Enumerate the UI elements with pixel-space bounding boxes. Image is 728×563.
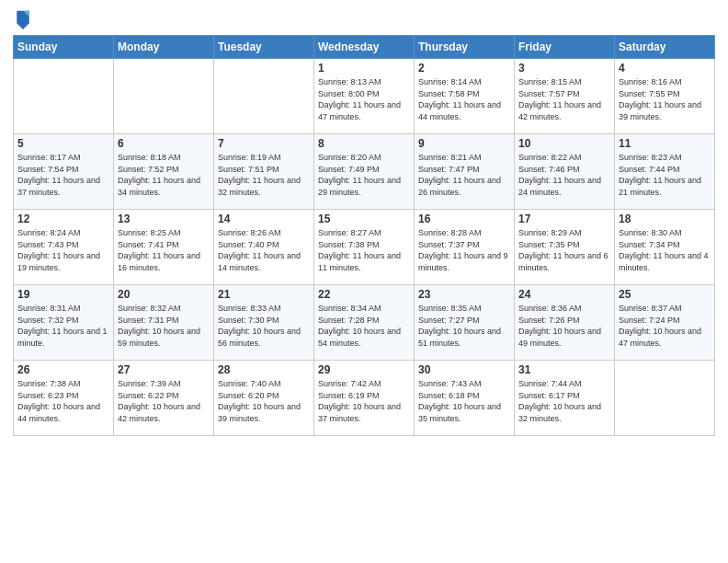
day-number: 24 [518,288,610,301]
day-info: Sunrise: 8:37 AM Sunset: 7:24 PM Dayligh… [619,303,711,349]
day-cell: 20Sunrise: 8:32 AM Sunset: 7:31 PM Dayli… [114,285,214,361]
day-info: Sunrise: 8:13 AM Sunset: 8:00 PM Dayligh… [318,76,410,122]
day-cell: 27Sunrise: 7:39 AM Sunset: 6:22 PM Dayli… [114,361,214,436]
week-row-4: 19Sunrise: 8:31 AM Sunset: 7:32 PM Dayli… [14,285,715,361]
day-number: 3 [518,62,610,75]
day-cell: 14Sunrise: 8:26 AM Sunset: 7:40 PM Dayli… [214,210,314,285]
day-cell: 25Sunrise: 8:37 AM Sunset: 7:24 PM Dayli… [615,285,715,361]
day-cell: 11Sunrise: 8:23 AM Sunset: 7:44 PM Dayli… [615,134,715,210]
day-info: Sunrise: 8:28 AM Sunset: 7:37 PM Dayligh… [418,227,510,273]
day-info: Sunrise: 8:35 AM Sunset: 7:27 PM Dayligh… [418,303,510,349]
day-number: 23 [418,288,510,301]
day-number: 6 [118,137,210,150]
day-number: 14 [218,213,310,225]
day-number: 8 [318,137,410,150]
day-info: Sunrise: 8:15 AM Sunset: 7:57 PM Dayligh… [518,76,610,122]
header [13,9,715,29]
day-info: Sunrise: 8:22 AM Sunset: 7:46 PM Dayligh… [518,152,610,198]
day-cell: 24Sunrise: 8:36 AM Sunset: 7:26 PM Dayli… [515,285,615,361]
day-cell: 30Sunrise: 7:43 AM Sunset: 6:18 PM Dayli… [415,361,515,436]
day-number: 7 [218,137,310,150]
day-cell: 21Sunrise: 8:33 AM Sunset: 7:30 PM Dayli… [214,285,314,361]
day-info: Sunrise: 8:32 AM Sunset: 7:31 PM Dayligh… [118,303,210,349]
day-cell: 3Sunrise: 8:15 AM Sunset: 7:57 PM Daylig… [515,59,615,134]
day-cell: 10Sunrise: 8:22 AM Sunset: 7:46 PM Dayli… [515,134,615,210]
day-info: Sunrise: 8:29 AM Sunset: 7:35 PM Dayligh… [518,227,610,273]
day-number: 22 [318,288,410,301]
day-cell [615,361,715,436]
day-number: 25 [619,288,711,301]
week-row-3: 12Sunrise: 8:24 AM Sunset: 7:43 PM Dayli… [14,210,715,285]
day-info: Sunrise: 8:30 AM Sunset: 7:34 PM Dayligh… [619,227,711,273]
day-cell: 23Sunrise: 8:35 AM Sunset: 7:27 PM Dayli… [415,285,515,361]
day-info: Sunrise: 8:26 AM Sunset: 7:40 PM Dayligh… [218,227,310,273]
day-cell: 6Sunrise: 8:18 AM Sunset: 7:52 PM Daylig… [114,134,214,210]
day-cell [214,59,314,134]
calendar: SundayMondayTuesdayWednesdayThursdayFrid… [13,35,715,436]
day-info: Sunrise: 8:25 AM Sunset: 7:41 PM Dayligh… [118,227,210,273]
day-cell [114,59,214,134]
weekday-header-friday: Friday [515,36,615,59]
day-cell: 29Sunrise: 7:42 AM Sunset: 6:19 PM Dayli… [314,361,415,436]
day-info: Sunrise: 7:43 AM Sunset: 6:18 PM Dayligh… [418,378,510,424]
day-number: 15 [318,213,410,225]
day-cell: 22Sunrise: 8:34 AM Sunset: 7:28 PM Dayli… [314,285,415,361]
day-info: Sunrise: 7:42 AM Sunset: 6:19 PM Dayligh… [318,378,410,424]
day-number: 30 [418,363,510,376]
day-info: Sunrise: 8:14 AM Sunset: 7:58 PM Dayligh… [418,76,510,122]
week-row-1: 1Sunrise: 8:13 AM Sunset: 8:00 PM Daylig… [14,59,715,134]
day-cell: 5Sunrise: 8:17 AM Sunset: 7:54 PM Daylig… [14,134,114,210]
day-number: 5 [17,137,109,150]
day-cell: 26Sunrise: 7:38 AM Sunset: 6:23 PM Dayli… [14,361,114,436]
week-row-5: 26Sunrise: 7:38 AM Sunset: 6:23 PM Dayli… [14,361,715,436]
day-info: Sunrise: 8:31 AM Sunset: 7:32 PM Dayligh… [17,303,109,349]
day-number: 20 [118,288,210,301]
day-cell: 12Sunrise: 8:24 AM Sunset: 7:43 PM Dayli… [14,210,114,285]
day-info: Sunrise: 8:19 AM Sunset: 7:51 PM Dayligh… [218,152,310,198]
weekday-header-monday: Monday [114,36,214,59]
day-info: Sunrise: 7:38 AM Sunset: 6:23 PM Dayligh… [17,378,109,424]
page: SundayMondayTuesdayWednesdayThursdayFrid… [0,0,728,563]
day-info: Sunrise: 8:24 AM Sunset: 7:43 PM Dayligh… [17,227,109,273]
day-number: 10 [518,137,610,150]
day-number: 2 [418,62,510,75]
logo-icon [15,9,31,29]
weekday-header-sunday: Sunday [14,36,114,59]
day-cell: 19Sunrise: 8:31 AM Sunset: 7:32 PM Dayli… [14,285,114,361]
day-cell: 2Sunrise: 8:14 AM Sunset: 7:58 PM Daylig… [415,59,515,134]
weekday-header-saturday: Saturday [615,36,715,59]
day-info: Sunrise: 8:27 AM Sunset: 7:38 PM Dayligh… [318,227,410,273]
day-cell: 16Sunrise: 8:28 AM Sunset: 7:37 PM Dayli… [415,210,515,285]
day-info: Sunrise: 7:40 AM Sunset: 6:20 PM Dayligh… [218,378,310,424]
day-info: Sunrise: 8:33 AM Sunset: 7:30 PM Dayligh… [218,303,310,349]
day-number: 31 [518,363,610,376]
day-number: 12 [17,213,109,225]
day-cell: 18Sunrise: 8:30 AM Sunset: 7:34 PM Dayli… [615,210,715,285]
day-number: 13 [118,213,210,225]
day-number: 28 [218,363,310,376]
day-cell: 17Sunrise: 8:29 AM Sunset: 7:35 PM Dayli… [515,210,615,285]
day-number: 1 [318,62,410,75]
day-cell: 4Sunrise: 8:16 AM Sunset: 7:55 PM Daylig… [615,59,715,134]
day-cell: 7Sunrise: 8:19 AM Sunset: 7:51 PM Daylig… [214,134,314,210]
day-info: Sunrise: 8:18 AM Sunset: 7:52 PM Dayligh… [118,152,210,198]
day-info: Sunrise: 7:44 AM Sunset: 6:17 PM Dayligh… [518,378,610,424]
day-number: 11 [619,137,711,150]
day-number: 18 [619,213,711,225]
day-number: 4 [619,62,711,75]
day-number: 19 [17,288,109,301]
day-cell: 9Sunrise: 8:21 AM Sunset: 7:47 PM Daylig… [415,134,515,210]
day-info: Sunrise: 8:17 AM Sunset: 7:54 PM Dayligh… [17,152,109,198]
day-number: 16 [418,213,510,225]
day-cell: 28Sunrise: 7:40 AM Sunset: 6:20 PM Dayli… [214,361,314,436]
week-row-2: 5Sunrise: 8:17 AM Sunset: 7:54 PM Daylig… [14,134,715,210]
day-cell: 8Sunrise: 8:20 AM Sunset: 7:49 PM Daylig… [314,134,415,210]
weekday-header-wednesday: Wednesday [314,36,415,59]
day-number: 29 [318,363,410,376]
day-cell: 15Sunrise: 8:27 AM Sunset: 7:38 PM Dayli… [314,210,415,285]
day-cell [14,59,114,134]
day-info: Sunrise: 8:36 AM Sunset: 7:26 PM Dayligh… [518,303,610,349]
day-cell: 31Sunrise: 7:44 AM Sunset: 6:17 PM Dayli… [515,361,615,436]
day-cell: 13Sunrise: 8:25 AM Sunset: 7:41 PM Dayli… [114,210,214,285]
day-number: 17 [518,213,610,225]
